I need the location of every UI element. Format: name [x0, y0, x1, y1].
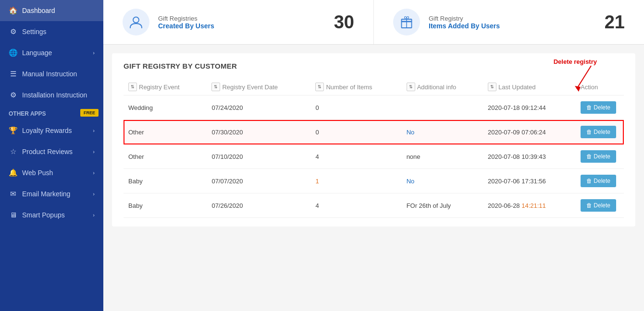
stat-sublabel-1: Items Added By Users	[429, 22, 596, 30]
chevron-right-icon: ›	[93, 170, 95, 176]
delete-button[interactable]: 🗑 Delete	[581, 175, 616, 187]
table-section: Delete registry GIFT REGISTRY BY CUSTOME…	[112, 53, 635, 227]
chevron-right-icon: ›	[93, 128, 95, 133]
svg-point-0	[133, 17, 139, 23]
delete-button[interactable]: 🗑 Delete	[581, 199, 616, 212]
sort-registry-event-btn[interactable]: ⇅	[128, 83, 137, 91]
delete-button[interactable]: 🗑 Delete	[581, 126, 616, 138]
registry-table: ⇅ Registry Event ⇅ Registry Event Date ⇅	[124, 79, 624, 218]
sidebar-item-label: Manual Instruction	[22, 70, 77, 78]
cell-action: 🗑 Delete	[576, 144, 624, 169]
sidebar-item-settings[interactable]: ⚙ Settings	[0, 21, 103, 42]
gift-icon	[399, 15, 414, 29]
user-icon-wrap	[123, 9, 149, 36]
cell-registry-event-date: 07/07/2020	[207, 169, 310, 193]
bell-icon: 🔔	[9, 168, 17, 177]
cell-number-of-items: 0	[310, 96, 401, 120]
user-icon	[129, 15, 143, 29]
cell-last-updated: 2020-07-09 07:06:24	[483, 120, 576, 144]
sidebar-item-loyalty-rewards[interactable]: 🏆 Loyalty Rewards ›	[0, 120, 103, 141]
cell-last-updated: 2020-07-08 10:39:43	[483, 144, 576, 169]
star-icon: ☆	[9, 147, 17, 156]
sidebar-item-product-reviews[interactable]: ☆ Product Reviews ›	[0, 141, 103, 162]
stat-label-1: Gift Registry	[429, 15, 596, 22]
cell-last-updated: 2020-07-06 17:31:56	[483, 169, 576, 193]
language-icon: 🌐	[9, 48, 17, 57]
chevron-right-icon: ›	[93, 50, 95, 56]
cell-action: 🗑 Delete	[576, 169, 624, 193]
stat-number-1: 21	[605, 12, 625, 33]
cell-registry-event-date: 07/10/2020	[207, 144, 310, 169]
chevron-right-icon: ›	[93, 191, 95, 197]
stat-number-0: 30	[334, 12, 354, 33]
stat-label-0: Gift Registries	[158, 15, 325, 22]
cell-action: 🗑 Delete	[576, 193, 624, 218]
chevron-right-icon: ›	[93, 149, 95, 155]
cell-action: 🗑 Delete	[576, 120, 624, 144]
stat-sublabel-0: Created By Users	[158, 22, 325, 30]
other-apps-section: OTHER APPS FREE	[0, 106, 103, 120]
sidebar-item-dashboard[interactable]: 🏠 Dashboard	[0, 0, 103, 21]
table-header: ⇅ Registry Event ⇅ Registry Event Date ⇅	[124, 79, 624, 96]
sidebar-item-label: Email Marketing	[22, 190, 70, 198]
cell-last-updated: 2020-06-28 14:21:11	[483, 193, 576, 218]
sidebar-item-label: Dashboard	[22, 7, 55, 14]
manual-icon: ☰	[9, 70, 17, 78]
cell-registry-event-date: 07/24/2020	[207, 96, 310, 120]
table-title: GIFT REGISTRY BY CUSTOMER	[124, 62, 624, 70]
sidebar: 🏠 Dashboard ⚙ Settings 🌐 Language › ☰ Ma…	[0, 0, 103, 311]
stat-card-items-added: Gift Registry Items Added By Users 21	[374, 0, 644, 44]
chevron-right-icon: ›	[93, 212, 95, 218]
sort-additional-info-btn[interactable]: ⇅	[407, 83, 415, 91]
cell-additional-info: FOr 26th of July	[402, 193, 483, 218]
cell-additional-info: No	[402, 120, 483, 144]
sidebar-item-label: Loyalty Rewards	[22, 127, 72, 134]
cell-registry-event: Other	[124, 144, 207, 169]
sidebar-item-label: Web Push	[22, 169, 53, 177]
sidebar-item-smart-popups[interactable]: 🖥 Smart Popups ›	[0, 204, 103, 225]
cell-additional-info: none	[402, 144, 483, 169]
free-badge: FREE	[80, 109, 99, 117]
th-registry-event: ⇅ Registry Event	[124, 79, 207, 96]
sidebar-item-label: Settings	[22, 28, 47, 36]
delete-button[interactable]: 🗑 Delete	[581, 150, 616, 163]
stat-cards: Gift Registries Created By Users 30 Gift…	[103, 0, 644, 45]
sidebar-item-manual-instruction[interactable]: ☰ Manual Instruction	[0, 63, 103, 84]
delete-button[interactable]: 🗑 Delete	[581, 101, 616, 114]
email-icon: ✉	[9, 190, 17, 198]
cell-additional-info	[402, 96, 483, 120]
sidebar-item-label: Product Reviews	[22, 148, 73, 156]
cell-registry-event: Wedding	[124, 96, 207, 120]
sidebar-item-installation-instruction[interactable]: ⚙ Installation Instruction	[0, 84, 103, 106]
table-row: Baby07/26/20204FOr 26th of July2020-06-2…	[124, 193, 624, 218]
sidebar-item-web-push[interactable]: 🔔 Web Push ›	[0, 162, 103, 183]
table-row: Wedding07/24/202002020-07-18 09:12:44🗑 D…	[124, 96, 624, 120]
other-apps-label: OTHER APPS	[9, 110, 46, 117]
sort-last-updated-btn[interactable]: ⇅	[488, 83, 496, 91]
sidebar-item-language[interactable]: 🌐 Language ›	[0, 42, 103, 63]
sidebar-item-email-marketing[interactable]: ✉ Email Marketing ›	[0, 183, 103, 204]
cell-registry-event: Baby	[124, 169, 207, 193]
sidebar-item-label: Language	[22, 49, 52, 57]
settings-icon: ⚙	[9, 27, 17, 36]
cell-number-of-items: 4	[310, 193, 401, 218]
cell-registry-event-date: 07/30/2020	[207, 120, 310, 144]
th-action: Action	[576, 79, 624, 96]
table-row: Baby07/07/20201No2020-07-06 17:31:56🗑 De…	[124, 169, 624, 193]
th-additional-info: ⇅ Additional info	[402, 79, 483, 96]
cell-last-updated: 2020-07-18 09:12:44	[483, 96, 576, 120]
cell-registry-event: Baby	[124, 193, 207, 218]
cell-number-of-items: 0	[310, 120, 401, 144]
dashboard-icon: 🏠	[9, 6, 17, 15]
table-body: Wedding07/24/202002020-07-18 09:12:44🗑 D…	[124, 96, 624, 218]
main-content: Gift Registries Created By Users 30 Gift…	[103, 0, 644, 311]
th-registry-event-date: ⇅ Registry Event Date	[207, 79, 310, 96]
gift-icon-wrap	[393, 9, 420, 36]
sort-registry-event-date-btn[interactable]: ⇅	[211, 83, 220, 91]
trophy-icon: 🏆	[9, 126, 17, 135]
table-row: Other07/30/20200No2020-07-09 07:06:24🗑 D…	[124, 120, 624, 144]
sort-number-of-items-btn[interactable]: ⇅	[315, 83, 324, 91]
cell-number-of-items: 4	[310, 144, 401, 169]
sidebar-item-label: Installation Instruction	[22, 91, 87, 99]
cell-registry-event: Other	[124, 120, 207, 144]
